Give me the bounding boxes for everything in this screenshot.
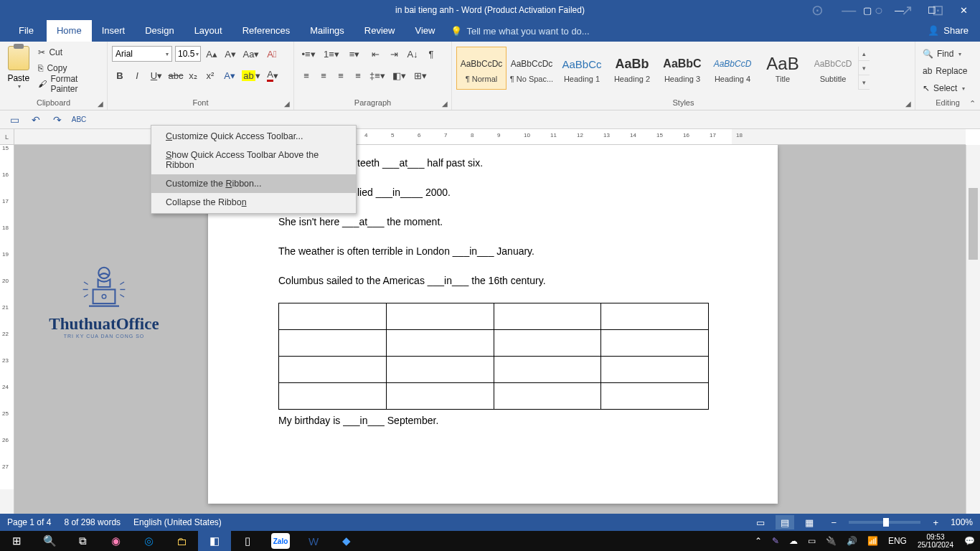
zoom-thumb[interactable]: [883, 518, 889, 527]
bold-button[interactable]: B: [112, 67, 128, 83]
styles-gallery[interactable]: AaBbCcDc¶ Normal AaBbCcDc¶ No Spac... Aa…: [456, 44, 870, 90]
language-indicator[interactable]: English (United States): [133, 517, 222, 527]
menu-show-qat-above[interactable]: Show Quick Access Toolbar Above the Ribb…: [151, 146, 356, 174]
style-normal[interactable]: AaBbCcDc¶ Normal: [456, 47, 507, 90]
print-layout-button[interactable]: ▤: [776, 515, 794, 529]
cut-button[interactable]: ✂Cut: [35, 44, 103, 60]
share-button[interactable]: 👤Share: [916, 20, 980, 42]
subscript-button[interactable]: x₂: [185, 67, 201, 83]
horizontal-ruler[interactable]: L 123456789101112131415161718: [0, 129, 980, 145]
zoom-slider[interactable]: [849, 521, 920, 524]
justify-button[interactable]: ≡: [350, 67, 366, 83]
show-hide-button[interactable]: ¶: [423, 46, 439, 62]
tab-review[interactable]: Review: [354, 20, 405, 42]
taskbar-app-active[interactable]: ◧: [198, 531, 231, 551]
ruler-tab-selector[interactable]: L: [0, 129, 14, 145]
tray-onedrive-icon[interactable]: ☁: [784, 531, 803, 551]
tray-power-icon[interactable]: 🔌: [821, 531, 842, 551]
font-color-button[interactable]: A▾: [263, 67, 283, 83]
style-heading3[interactable]: AaBbCHeading 3: [657, 47, 707, 90]
style-subtitle[interactable]: AaBbCcDSubtitle: [808, 47, 858, 90]
style-heading2[interactable]: AaBbHeading 2: [607, 47, 657, 90]
clipboard-dialog-launcher[interactable]: ◢: [95, 98, 105, 108]
word-count[interactable]: 8 of 298 words: [64, 517, 121, 527]
grow-font-button[interactable]: A▴: [204, 46, 220, 62]
tray-volume-icon[interactable]: 🔊: [842, 531, 862, 551]
menu-customize-qat[interactable]: Customize Quick Access Toolbar...: [151, 127, 356, 146]
taskbar-app-explorer[interactable]: 🗀: [165, 531, 198, 551]
tray-wifi-icon[interactable]: 📶: [862, 531, 883, 551]
tray-clock[interactable]: 09:53 25/10/2024: [912, 533, 959, 549]
styles-more-icon[interactable]: ▾: [859, 75, 870, 90]
search-button[interactable]: 🔍: [33, 531, 66, 551]
read-mode-button[interactable]: ▭: [751, 515, 770, 529]
taskbar-app-other[interactable]: ◆: [330, 531, 363, 551]
doc-table[interactable]: [278, 303, 709, 410]
tray-battery-icon[interactable]: ▭: [803, 531, 821, 551]
underline-button[interactable]: U▾: [146, 67, 166, 83]
font-size-combo[interactable]: 10.5▾: [175, 46, 201, 62]
superscript-button[interactable]: x²: [202, 67, 218, 83]
replace-button[interactable]: abReplace: [920, 63, 970, 79]
page-indicator[interactable]: Page 1 of 4: [7, 517, 51, 527]
ribbon-display-options-icon[interactable]: ▢: [851, 0, 883, 20]
clear-formatting-button[interactable]: A⃠: [264, 46, 280, 62]
tell-me-box[interactable]: 💡Tell me what you want to do...: [451, 26, 589, 37]
tab-layout[interactable]: Layout: [184, 20, 232, 42]
highlight-button[interactable]: ab▾: [241, 67, 261, 83]
start-button[interactable]: ⊞: [0, 531, 33, 551]
text-effects-button[interactable]: A▾: [220, 67, 240, 83]
decrease-indent-button[interactable]: ⇤: [367, 46, 383, 62]
vertical-ruler[interactable]: 15161718192021222324252627: [0, 145, 14, 514]
increase-indent-button[interactable]: ⇥: [386, 46, 402, 62]
borders-button[interactable]: ⊞▾: [410, 67, 430, 83]
strikethrough-button[interactable]: abc: [168, 67, 184, 83]
font-name-combo[interactable]: Arial▾: [112, 46, 172, 62]
style-no-spacing[interactable]: AaBbCcDc¶ No Spac...: [507, 47, 557, 90]
zoom-out-button[interactable]: −: [824, 515, 843, 529]
style-title[interactable]: AaBTitle: [758, 47, 808, 90]
qat-touch-mode-icon[interactable]: ▭: [6, 112, 23, 128]
bullets-button[interactable]: •≡▾: [298, 46, 319, 62]
sort-button[interactable]: A↓: [405, 46, 420, 62]
taskbar-app-zalo[interactable]: Zalo: [271, 533, 290, 549]
styles-dialog-launcher[interactable]: ◢: [903, 98, 913, 108]
select-button[interactable]: ↖Select▾: [920, 80, 970, 96]
maximize-button[interactable]: ☐: [915, 0, 948, 20]
styles-scroll[interactable]: ▴▾▾: [858, 47, 870, 90]
zoom-level[interactable]: 100%: [951, 517, 973, 527]
spellcheck-button[interactable]: ABC: [70, 112, 88, 128]
style-heading1[interactable]: AaBbCcHeading 1: [557, 47, 607, 90]
menu-customize-ribbon[interactable]: Customize the Ribbon...: [151, 174, 356, 193]
minimize-button[interactable]: —: [883, 0, 915, 20]
collapse-ribbon-button[interactable]: ⌃: [969, 99, 976, 108]
tray-overflow-icon[interactable]: ⌃: [750, 531, 767, 551]
find-button[interactable]: 🔍Find▾: [920, 46, 970, 62]
menu-collapse-ribbon[interactable]: Collapse the Ribbon: [151, 193, 356, 212]
align-center-button[interactable]: ≡: [316, 67, 331, 83]
change-case-button[interactable]: Aa▾: [241, 46, 261, 62]
multilevel-button[interactable]: ≡▾: [344, 46, 364, 62]
tab-view[interactable]: View: [405, 20, 445, 42]
tray-notifications-icon[interactable]: 💬: [959, 531, 980, 551]
shrink-font-button[interactable]: A▾: [222, 46, 238, 62]
shading-button[interactable]: ◧▾: [389, 67, 409, 83]
font-dialog-launcher[interactable]: ◢: [282, 98, 292, 108]
numbering-button[interactable]: 1≡▾: [321, 46, 341, 62]
task-view-button[interactable]: ⧉: [66, 531, 99, 551]
redo-button[interactable]: ↷: [49, 112, 66, 128]
close-button[interactable]: ✕: [948, 0, 980, 20]
scrollbar-thumb[interactable]: [969, 188, 978, 260]
align-right-button[interactable]: ≡: [333, 67, 349, 83]
format-painter-button[interactable]: 🖌Format Painter: [35, 76, 103, 92]
line-spacing-button[interactable]: ‡≡▾: [367, 67, 387, 83]
web-layout-button[interactable]: ▦: [800, 515, 819, 529]
paragraph-dialog-launcher[interactable]: ◢: [440, 98, 450, 108]
tab-design[interactable]: Design: [135, 20, 184, 42]
tab-insert[interactable]: Insert: [92, 20, 136, 42]
italic-button[interactable]: I: [129, 67, 145, 83]
style-heading4[interactable]: AaBbCcDHeading 4: [707, 47, 758, 90]
tab-references[interactable]: References: [232, 20, 300, 42]
taskbar-app-word[interactable]: W: [297, 531, 330, 551]
tab-file[interactable]: File: [6, 20, 47, 42]
